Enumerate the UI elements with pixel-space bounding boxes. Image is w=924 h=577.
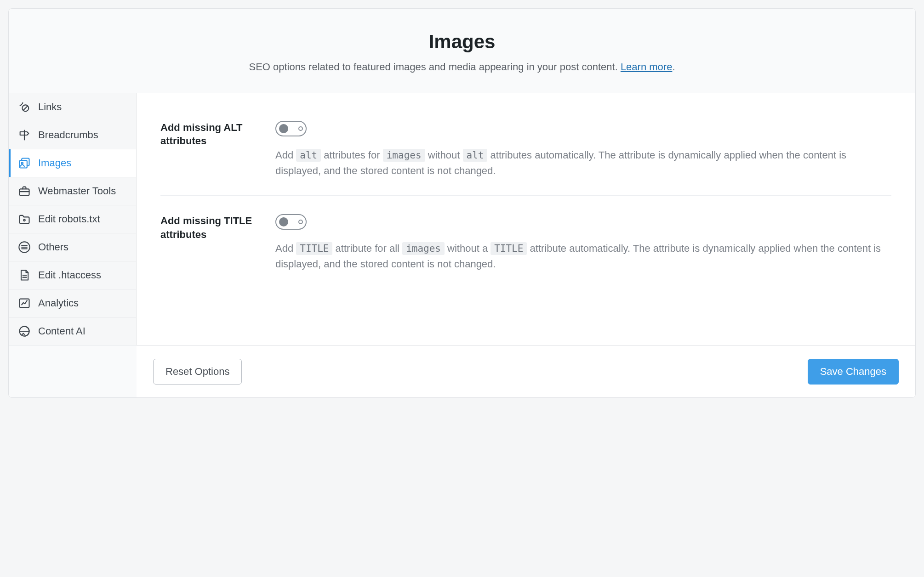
folder-icon	[18, 213, 31, 226]
setting-label: Add missing ALT attributes	[160, 121, 257, 179]
link-icon	[18, 101, 31, 113]
briefcase-icon	[18, 185, 31, 198]
toggle-ring	[298, 220, 303, 224]
toggle-alt-attributes[interactable]	[275, 121, 307, 136]
setting-label: Add missing TITLE attributes	[160, 214, 257, 272]
sidebar-item-edit-htaccess[interactable]: Edit .htaccess	[9, 261, 136, 289]
toggle-title-attributes[interactable]	[275, 214, 307, 230]
code-alt: alt	[463, 149, 488, 162]
toggle-ring	[298, 126, 303, 131]
sidebar-item-links[interactable]: Links	[9, 93, 136, 121]
content-ai-icon	[18, 325, 31, 338]
panel-body: Links Breadcrumbs Images Webmaster Tools…	[9, 93, 915, 345]
settings-panel: Images SEO options related to featured i…	[8, 8, 916, 398]
toggle-knob	[279, 124, 288, 133]
panel-header: Images SEO options related to featured i…	[9, 9, 915, 93]
code-images: images	[383, 149, 425, 162]
setting-control: Add alt attributes for images without al…	[275, 121, 891, 179]
svg-point-4	[23, 219, 25, 221]
svg-rect-1	[20, 160, 27, 168]
settings-content: Add missing ALT attributes Add alt attri…	[137, 93, 915, 345]
sidebar-item-label: Breadcrumbs	[38, 129, 98, 141]
setting-description: Add alt attributes for images without al…	[275, 147, 891, 179]
sidebar-item-images[interactable]: Images	[9, 149, 136, 177]
save-changes-button[interactable]: Save Changes	[808, 359, 899, 385]
learn-more-link[interactable]: Learn more	[621, 61, 673, 73]
setting-control: Add TITLE attribute for all images witho…	[275, 214, 891, 272]
setting-title-attributes: Add missing TITLE attributes Add TITLE a…	[160, 195, 891, 288]
sidebar-item-label: Links	[38, 101, 62, 113]
settings-sidebar: Links Breadcrumbs Images Webmaster Tools…	[9, 93, 137, 345]
toggle-knob	[279, 217, 288, 226]
page-description: SEO options related to featured images a…	[27, 60, 897, 74]
sidebar-item-content-ai[interactable]: Content AI	[9, 317, 136, 345]
sidebar-item-label: Images	[38, 157, 71, 169]
setting-alt-attributes: Add missing ALT attributes Add alt attri…	[160, 121, 891, 195]
analytics-icon	[18, 297, 31, 310]
sidebar-item-label: Edit .htaccess	[38, 269, 101, 281]
svg-rect-3	[20, 189, 29, 195]
list-icon	[18, 241, 31, 254]
sidebar-item-label: Edit robots.txt	[38, 213, 100, 225]
sidebar-item-breadcrumbs[interactable]: Breadcrumbs	[9, 121, 136, 149]
images-icon	[18, 157, 31, 170]
code-alt: alt	[296, 149, 321, 162]
code-title: TITLE	[296, 242, 332, 255]
svg-point-2	[22, 162, 23, 164]
sidebar-item-label: Webmaster Tools	[38, 185, 116, 197]
sidebar-item-label: Analytics	[38, 297, 79, 309]
signpost-icon	[18, 129, 31, 141]
code-images: images	[402, 242, 445, 255]
code-title: TITLE	[491, 242, 527, 255]
sidebar-item-webmaster-tools[interactable]: Webmaster Tools	[9, 177, 136, 205]
sidebar-item-edit-robots[interactable]: Edit robots.txt	[9, 205, 136, 233]
file-text-icon	[18, 269, 31, 282]
sidebar-item-label: Content AI	[38, 325, 86, 337]
sidebar-item-label: Others	[38, 241, 68, 253]
sidebar-item-analytics[interactable]: Analytics	[9, 289, 136, 317]
sidebar-item-others[interactable]: Others	[9, 233, 136, 261]
reset-options-button[interactable]: Reset Options	[153, 359, 242, 385]
setting-description: Add TITLE attribute for all images witho…	[275, 241, 891, 272]
panel-footer: Reset Options Save Changes	[137, 345, 915, 397]
page-title: Images	[27, 31, 897, 53]
